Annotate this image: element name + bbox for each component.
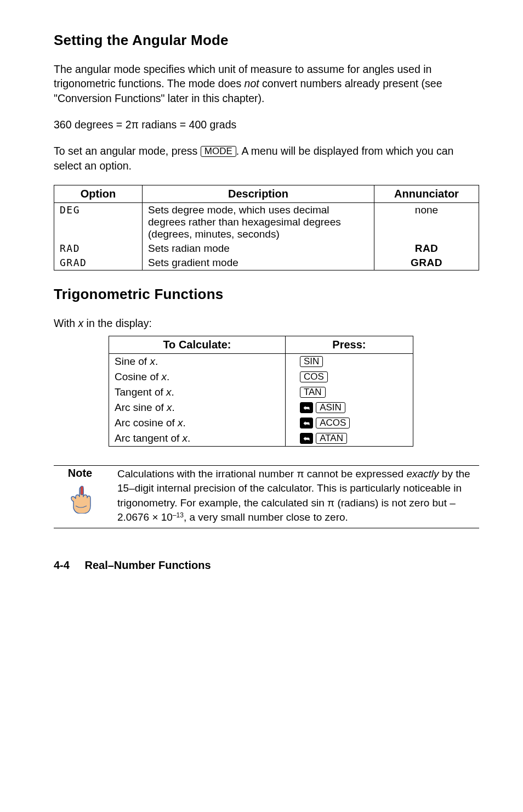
option-code: DEG	[60, 204, 80, 216]
chapter-title: Real–Number Functions	[84, 559, 211, 571]
option-annunciator: none	[374, 202, 479, 241]
option-desc: Sets radian mode	[143, 241, 374, 256]
keycap-shift-icon: ➦	[300, 402, 313, 413]
text-fragment: Tangent of	[115, 386, 166, 398]
text-variable: x	[166, 386, 172, 398]
table-header-row: To Calculate: Press:	[109, 336, 413, 354]
paragraph-mode-instruction: To set an angular mode, press MODE. A me…	[54, 144, 479, 173]
keycap-shift-icon: ➦	[300, 418, 313, 428]
page-footer: 4-4 Real–Number Functions	[54, 559, 479, 572]
keypress-cell: ➦ ASIN	[285, 400, 413, 415]
calc-label: Arc sine of x.	[109, 400, 286, 415]
text-variable: x	[78, 317, 83, 329]
keypress-cell: TAN	[285, 385, 413, 400]
keypress-cell: ➦ ACOS	[285, 415, 413, 431]
option-desc: Sets gradient mode	[143, 256, 374, 270]
text-variable: x	[167, 402, 172, 413]
text-fragment: Calculations with the irrational number …	[117, 468, 406, 480]
text-emphasis: not	[245, 77, 259, 89]
heading-trig-functions: Trigonometric Functions	[54, 286, 479, 303]
table-row: GRAD Sets gradient mode GRAD	[54, 256, 479, 270]
paragraph-equation: 360 degrees = 2π radians = 400 grads	[54, 117, 479, 132]
text-emphasis: exactly	[406, 468, 439, 480]
page-number: 4-4	[54, 559, 70, 571]
text-fragment: , a very small number close to zero.	[184, 511, 348, 523]
calc-label: Sine of x.	[109, 354, 286, 370]
keycap-mode: MODE	[201, 146, 236, 157]
text-fragment: .	[155, 356, 158, 367]
page-content: Setting the Angular Mode The angular mod…	[0, 0, 523, 605]
calc-label: Cosine of x.	[109, 369, 286, 385]
table-row: Arc cosine of x. ➦ ACOS	[109, 415, 413, 431]
table-row: Tangent of x. TAN	[109, 385, 413, 400]
text-fragment: Arc sine of	[115, 402, 167, 413]
text-fragment: Arc tangent of	[115, 432, 183, 444]
trig-table: To Calculate: Press: Sine of x. SIN Cosi…	[109, 336, 413, 447]
text-variable: x	[178, 417, 183, 428]
option-annunciator: RAD	[415, 243, 439, 254]
trig-table-wrapper: To Calculate: Press: Sine of x. SIN Cosi…	[109, 336, 413, 447]
note-label: Note	[54, 467, 106, 480]
keycap-acos: ACOS	[316, 418, 350, 428]
option-annunciator: GRAD	[411, 257, 442, 268]
text-fragment: Sine of	[115, 356, 150, 367]
keycap-shift-icon: ➦	[300, 433, 313, 444]
text-fragment: With	[54, 317, 78, 329]
table-row: Sine of x. SIN	[109, 354, 413, 370]
text-fragment: .	[172, 402, 175, 413]
th-annunciator: Annunciator	[374, 185, 479, 202]
th-calculate: To Calculate:	[109, 336, 286, 354]
text-variable: x	[162, 371, 167, 382]
keycap-tan: TAN	[300, 387, 326, 398]
heading-angular-mode: Setting the Angular Mode	[54, 32, 479, 49]
th-option: Option	[54, 185, 143, 202]
keycap-atan: ATAN	[316, 433, 347, 444]
table-row: DEG Sets degree mode, which uses decimal…	[54, 202, 479, 241]
text-variable: x	[150, 356, 155, 367]
text-fragment: Cosine of	[115, 371, 162, 382]
option-code: RAD	[60, 243, 80, 254]
th-description: Description	[143, 185, 374, 202]
text-fragment: in the display:	[83, 317, 152, 329]
text-exponent: –13	[173, 511, 184, 519]
paragraph-trig-lead: With x in the display:	[54, 316, 479, 330]
keypress-cell: SIN	[285, 354, 413, 370]
text-fragment: To set an angular mode, press	[54, 145, 201, 157]
text-fragment: .	[167, 371, 169, 382]
table-row: Arc sine of x. ➦ ASIN	[109, 400, 413, 415]
keycap-sin: SIN	[300, 356, 323, 367]
calc-label: Arc tangent of x.	[109, 431, 286, 447]
svg-rect-0	[81, 486, 83, 495]
keypress-cell: COS	[285, 369, 413, 385]
th-press: Press:	[285, 336, 413, 354]
table-row: Cosine of x. COS	[109, 369, 413, 385]
keycap-asin: ASIN	[316, 402, 345, 413]
text-fragment: .	[183, 417, 186, 428]
table-row: Arc tangent of x. ➦ ATAN	[109, 431, 413, 447]
text-fragment: .	[187, 432, 190, 444]
option-code: GRAD	[60, 257, 87, 268]
note-block: Note Calculations with the irrational nu…	[54, 465, 479, 528]
text-fragment: .	[172, 386, 174, 398]
hand-pointer-icon	[69, 485, 92, 514]
note-left-column: Note	[54, 467, 106, 525]
text-fragment: Arc cosine of	[115, 417, 178, 428]
options-table: Option Description Annunciator DEG Sets …	[54, 185, 479, 270]
text-variable: x	[183, 432, 188, 444]
keycap-cos: COS	[300, 371, 328, 382]
note-body: Calculations with the irrational number …	[117, 467, 479, 525]
calc-label: Arc cosine of x.	[109, 415, 286, 431]
paragraph-angular-intro: The angular mode specifies which unit of…	[54, 62, 479, 105]
option-desc: Sets degree mode, which uses decimal deg…	[143, 202, 374, 241]
table-row: RAD Sets radian mode RAD	[54, 241, 479, 256]
table-header-row: Option Description Annunciator	[54, 185, 479, 202]
keypress-cell: ➦ ATAN	[285, 431, 413, 447]
calc-label: Tangent of x.	[109, 385, 286, 400]
